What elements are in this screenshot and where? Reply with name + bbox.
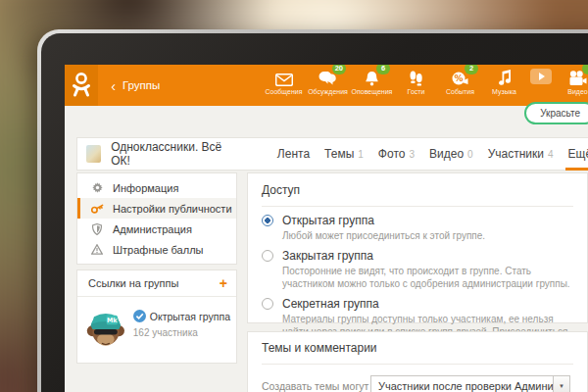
topnav-items: Сообщения 20 Обсуждения 6 Оповещения (262, 68, 588, 95)
linked-group-members: 162 участника (133, 327, 230, 338)
ok-logo-icon (71, 73, 92, 98)
sidebar-item-label: Штрафные баллы (113, 244, 203, 256)
sidebar-item-label: Настройки публичности (113, 203, 232, 215)
access-section: Доступ Открытая группа Любой может присо… (247, 172, 588, 323)
nav-guests[interactable]: Гости (394, 68, 438, 95)
envelope-icon (275, 68, 293, 86)
radio-label: Открытая группа (282, 214, 374, 227)
group-links-header: Ссылки на группы + (77, 270, 236, 297)
sidebar-item-administration[interactable]: Администрация (77, 219, 236, 239)
linked-group-status: Октрытая группа (150, 311, 230, 322)
nav-label: Видео (567, 88, 587, 95)
add-link-button[interactable]: + (220, 276, 227, 290)
linked-group-row[interactable]: Mk Октрытая группа 162 участника (77, 297, 236, 363)
top-navigation-bar: ‹ Группы Сообщения 20 Обсуждения 6 (65, 65, 588, 106)
tab-videos[interactable]: Видео 0 (429, 138, 473, 170)
nav-label: Музыка (492, 88, 516, 95)
key-icon (90, 204, 104, 214)
decorate-group-button[interactable]: Украсьте (524, 102, 588, 124)
select-arrow-button[interactable]: ▼ (553, 376, 569, 392)
sidebar-item-publicity-settings[interactable]: Настройки публичности (77, 198, 236, 219)
nav-music[interactable]: Музыка (482, 68, 526, 95)
active-tab-underline (565, 168, 588, 171)
create-topics-row: Создавать темы могут Участники после про… (262, 375, 573, 392)
mini-player-button[interactable] (526, 69, 556, 84)
tab-count: 4 (548, 149, 554, 160)
nav-label: Сообщения (266, 88, 303, 95)
radio-secret-group[interactable] (262, 298, 273, 310)
topics-header: Темы и комментарии (262, 341, 573, 365)
nav-video[interactable]: Видео (556, 68, 588, 95)
footsteps-icon (410, 68, 422, 86)
shield-icon (90, 223, 104, 235)
access-option-closed: Закрытая группа Посторонние не видят, чт… (262, 249, 573, 290)
radio-label: Закрытая группа (282, 249, 373, 263)
group-links-box: Ссылки на группы + Mk (76, 270, 237, 364)
access-header: Доступ (262, 183, 573, 207)
nav-events[interactable]: 2 % События (438, 68, 482, 95)
nav-notifications[interactable]: 6 Оповещения (350, 68, 394, 95)
nav-messages[interactable]: Сообщения (262, 68, 306, 95)
sidebar-item-penalty-points[interactable]: Штрафные баллы (77, 239, 236, 260)
music-icon (498, 68, 512, 86)
chevron-down-icon: ▼ (559, 383, 564, 389)
tab-photos[interactable]: Фото 3 (378, 138, 415, 170)
linked-group-info: Октрытая группа 162 участника (133, 306, 230, 353)
verified-check-icon (133, 310, 146, 322)
tab-feed[interactable]: Лента (277, 138, 310, 170)
ok-logo[interactable] (65, 65, 98, 106)
warning-icon (90, 244, 104, 255)
badge: 2 (465, 65, 478, 74)
nav-label: Оповещения (352, 88, 393, 95)
gear-icon (90, 182, 104, 193)
tab-count: 1 (358, 149, 364, 160)
badge: 20 (332, 65, 346, 74)
breadcrumb[interactable]: ‹ Группы (111, 78, 160, 93)
create-topics-label: Создавать темы могут (262, 380, 368, 392)
select-value: Участники после проверки Администрацией (371, 380, 553, 392)
ok-app-screen: ‹ Группы Сообщения 20 Обсуждения 6 (65, 65, 588, 392)
nav-label: Обсуждения (308, 88, 348, 95)
svg-text:Mk: Mk (107, 317, 118, 323)
group-header-bar: Одноклассники. Всё ОК! Лента Темы 1 Фото… (76, 137, 588, 171)
breadcrumb-label: Группы (122, 79, 160, 91)
topics-comments-section: Темы и комментарии Создавать темы могут … (247, 331, 588, 392)
radio-description: Посторонние не видят, что происходит в г… (282, 265, 573, 290)
settings-sidebar: Информация Настройки публичности Админис… (76, 172, 237, 265)
group-links-title: Ссылки на группы (88, 277, 178, 289)
sidebar-item-label: Информация (113, 182, 178, 194)
tab-members[interactable]: Участники 4 (488, 138, 554, 170)
tab-count: 3 (409, 149, 415, 160)
group-title: Одноклассники. Всё ОК! (111, 140, 223, 168)
nav-label: Гости (408, 88, 425, 95)
sidebar-item-label: Администрация (113, 223, 192, 235)
access-option-open: Открытая группа Любой может присоединить… (262, 214, 573, 242)
sidebar-item-information[interactable]: Информация (77, 177, 236, 198)
play-icon (530, 69, 552, 84)
radio-open-group[interactable] (262, 215, 273, 226)
nav-discussions[interactable]: 20 Обсуждения (306, 68, 350, 95)
radio-label: Секретная группа (282, 297, 379, 311)
svg-text:%: % (454, 74, 463, 83)
nav-label: События (446, 88, 474, 95)
group-avatar[interactable] (86, 145, 101, 163)
tab-more[interactable]: Ещё ▼ (568, 138, 588, 170)
radio-closed-group[interactable] (262, 250, 273, 262)
tab-topics[interactable]: Темы 1 (324, 138, 364, 170)
create-topics-select[interactable]: Участники после проверки Администрацией … (370, 375, 570, 392)
promo-label: Украсьте (540, 108, 580, 119)
back-chevron-icon: ‹ (111, 78, 116, 93)
radio-description: Любой может присоединиться к этой группе… (282, 229, 573, 242)
group-tabs: Лента Темы 1 Фото 3 Видео 0 Участники 4 … (277, 138, 588, 170)
badge: 6 (376, 65, 390, 74)
linked-group-avatar: Mk (86, 306, 125, 353)
tab-count: 0 (467, 149, 473, 160)
